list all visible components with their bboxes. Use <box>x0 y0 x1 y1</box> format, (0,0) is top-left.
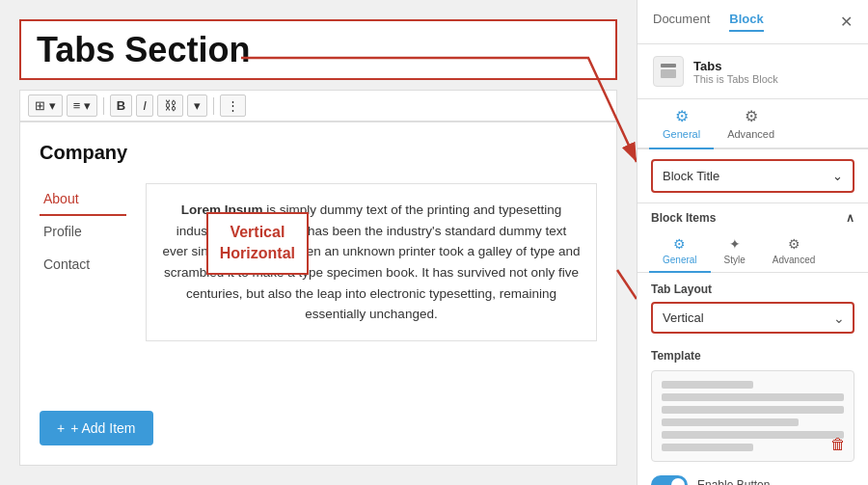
template-line-4 <box>662 418 799 426</box>
template-label: Template <box>651 349 854 363</box>
horizontal-text: Horizontal <box>220 243 295 264</box>
tabs-layout: About Profile Contact Lorem Ipsum is sim… <box>40 183 597 341</box>
template-lines <box>662 381 844 451</box>
item-style-label: Style <box>724 255 746 265</box>
svg-rect-1 <box>661 64 676 67</box>
general-label: General <box>663 128 700 140</box>
more-dropdown-button[interactable]: ▾ <box>187 94 207 117</box>
content-block: Company About Profile Contact Lorem Ipsu… <box>19 121 617 466</box>
general-icon: ⚙ <box>675 107 689 125</box>
template-line-2 <box>662 393 844 401</box>
enable-button-label: Enable Button <box>697 478 770 485</box>
tab-about[interactable]: About <box>40 183 126 216</box>
block-desc: This is Tabs Block <box>693 73 778 85</box>
tab-layout-label: Tab Layout <box>651 283 854 296</box>
item-advanced-label: Advanced <box>773 255 815 265</box>
item-nav-tabs: ⚙ General ✦ Style ⚙ Advanced <box>637 230 868 273</box>
tab-contact[interactable]: Contact <box>40 249 126 282</box>
add-item-plus-icon: + <box>57 420 65 436</box>
company-heading: Company <box>40 142 597 164</box>
block-info: Tabs This is Tabs Block <box>637 44 868 99</box>
tab-profile[interactable]: Profile <box>40 216 126 249</box>
block-title-dropdown-label: Block Title <box>663 169 719 183</box>
block-title-section: Block Title ⌄ <box>637 149 868 202</box>
item-tab-advanced[interactable]: ⚙ Advanced <box>759 230 828 273</box>
block-name: Tabs <box>693 59 778 73</box>
template-line-6 <box>662 444 753 451</box>
vertical-text: Vertical <box>220 222 295 243</box>
chevron-up-icon[interactable]: ∧ <box>846 211 854 225</box>
link-button[interactable]: ⛓ <box>157 94 183 117</box>
dropdown-chevron-icon: ⌄ <box>832 169 843 183</box>
item-style-icon: ✦ <box>729 236 741 252</box>
tab-layout-select[interactable]: Vertical Horizontal <box>651 302 854 334</box>
align-button[interactable]: ≡ ▾ <box>67 94 97 117</box>
block-items-header: Block Items ∧ <box>637 202 868 230</box>
block-nav-advanced[interactable]: ⚙ Advanced <box>714 99 788 149</box>
advanced-icon: ⚙ <box>745 107 758 125</box>
item-tab-style[interactable]: ✦ Style <box>711 230 759 273</box>
options-button[interactable]: ⋮ <box>220 94 246 117</box>
vertical-horizontal-label: Vertical Horizontal <box>206 212 309 275</box>
tab-layout-section: Tab Layout Vertical Horizontal <box>637 273 868 343</box>
block-icon <box>653 56 684 87</box>
sidebar-header: Document Block ✕ <box>637 0 868 44</box>
block-nav-tabs: ⚙ General ⚙ Advanced <box>637 99 868 149</box>
template-section: Template 🗑 <box>637 343 868 472</box>
tab-block[interactable]: Block <box>729 12 763 32</box>
block-title-box: Tabs Section <box>19 19 617 80</box>
tab-layout-select-wrapper[interactable]: Vertical Horizontal <box>651 302 854 334</box>
template-preview: 🗑 <box>651 370 854 462</box>
template-line-3 <box>662 406 844 414</box>
block-info-text: Tabs This is Tabs Block <box>693 59 778 85</box>
item-tab-general[interactable]: ⚙ General <box>649 230 711 273</box>
enable-button-toggle[interactable] <box>651 475 688 485</box>
svg-rect-2 <box>661 69 676 78</box>
template-line-5 <box>662 431 844 439</box>
template-line-1 <box>662 381 753 389</box>
tabs-block-icon <box>659 62 678 81</box>
sidebar: Document Block ✕ Tabs This is Tabs Block… <box>637 0 868 485</box>
toolbar-separator-2 <box>213 97 214 115</box>
item-advanced-icon: ⚙ <box>788 236 800 252</box>
bold-button[interactable]: B <box>110 94 132 117</box>
toolbar-separator <box>103 97 104 115</box>
tabs-nav: About Profile Contact <box>40 183 126 341</box>
tab-document[interactable]: Document <box>653 12 710 32</box>
editor-toolbar: ⊞ ▾ ≡ ▾ B I ⛓ ▾ ⋮ <box>19 90 617 121</box>
block-title-dropdown[interactable]: Block Title ⌄ <box>651 159 854 193</box>
item-general-icon: ⚙ <box>673 236 686 252</box>
sidebar-tab-group: Document Block <box>653 12 764 32</box>
layout-button[interactable]: ⊞ ▾ <box>28 94 63 117</box>
enable-button-row: Enable Button <box>637 472 868 485</box>
editor-area: Tabs Section ⊞ ▾ ≡ ▾ B I ⛓ ▾ ⋮ Company A… <box>0 0 637 485</box>
block-nav-general[interactable]: ⚙ General <box>649 99 714 149</box>
item-general-label: General <box>663 255 697 265</box>
advanced-label: Advanced <box>727 128 774 140</box>
block-items-label: Block Items <box>651 211 716 225</box>
block-title-text: Tabs Section <box>37 29 600 70</box>
close-button[interactable]: ✕ <box>840 13 853 31</box>
add-item-button[interactable]: + + Add Item <box>40 411 153 445</box>
italic-button[interactable]: I <box>136 94 153 117</box>
template-delete-icon[interactable]: 🗑 <box>830 436 846 453</box>
add-item-label: + Add Item <box>70 420 135 436</box>
